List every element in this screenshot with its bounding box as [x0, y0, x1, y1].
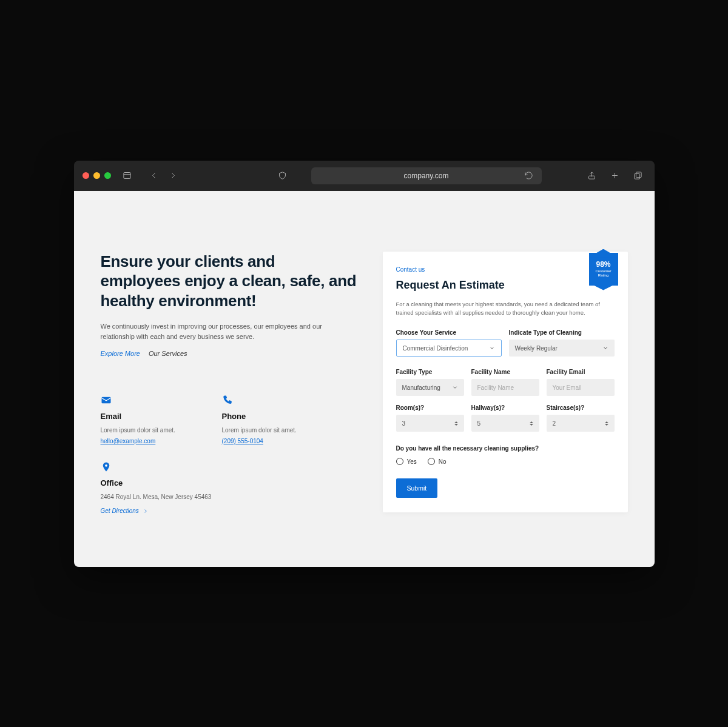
- stepper-controls[interactable]: [530, 421, 533, 426]
- facility-type-label: Facility Type: [396, 369, 464, 375]
- supplies-no-radio[interactable]: No: [428, 458, 447, 465]
- window-minimize-button[interactable]: [93, 172, 100, 179]
- back-button[interactable]: [146, 168, 162, 184]
- phone-icon: [222, 395, 233, 406]
- staircases-value: 2: [553, 420, 556, 427]
- reload-button[interactable]: [521, 168, 537, 184]
- chevron-down-icon: [489, 345, 495, 351]
- contact-email-title: Email: [101, 412, 210, 421]
- hallways-label: Hallway(s)?: [471, 404, 539, 411]
- forward-button[interactable]: [166, 168, 181, 184]
- chevron-right-icon: [143, 508, 149, 514]
- contact-phone-desc: Lorem ipsum dolor sit amet.: [222, 426, 331, 435]
- traffic-lights: [83, 172, 111, 179]
- contact-office-card: Office 2464 Royal Ln. Mesa, New Jersey 4…: [101, 461, 222, 514]
- staircases-stepper[interactable]: 2: [547, 415, 615, 432]
- page-viewport: Ensure your clients and employees enjoy …: [74, 191, 655, 567]
- form-eyebrow: Contact us: [396, 266, 615, 273]
- explore-more-link[interactable]: Explore More: [101, 350, 140, 357]
- contact-office-address: 2464 Royal Ln. Mesa, New Jersey 45463: [101, 492, 222, 501]
- browser-window: company.com Ensure your clients and empl…: [74, 161, 655, 567]
- rooms-value: 3: [402, 420, 406, 427]
- our-services-link[interactable]: Our Services: [149, 350, 187, 357]
- location-pin-icon: [101, 461, 112, 472]
- stepper-controls[interactable]: [605, 421, 608, 426]
- service-select-value: Commercial Disinfection: [403, 345, 468, 352]
- rating-value: 98%: [596, 261, 610, 268]
- hero-subtext: We continuously invest in improving our …: [101, 321, 356, 341]
- rooms-label: Room(s)?: [396, 404, 464, 411]
- radio-ring-icon: [428, 458, 435, 465]
- facility-type-select[interactable]: Manufacturing: [396, 379, 464, 396]
- facility-email-input[interactable]: Your Email: [547, 379, 615, 396]
- cleaning-type-label: Indicate Type of Cleaning: [509, 329, 615, 336]
- contact-phone-title: Phone: [222, 412, 331, 421]
- hallways-value: 5: [477, 420, 481, 427]
- submit-button[interactable]: Submit: [396, 478, 438, 498]
- facility-name-input[interactable]: Facility Name: [471, 379, 539, 396]
- rating-badge: 98% CustomerRating: [589, 253, 618, 286]
- contact-office-title: Office: [101, 478, 222, 487]
- facility-type-value: Manufacturing: [402, 384, 440, 391]
- email-icon: [101, 395, 112, 406]
- rating-label-2: Rating: [598, 273, 608, 277]
- chevron-down-icon: [602, 345, 608, 351]
- cleaning-type-select[interactable]: Weekly Regular: [509, 340, 615, 357]
- facility-email-placeholder: Your Email: [553, 384, 582, 391]
- facility-email-label: Facility Email: [547, 369, 615, 375]
- service-label: Choose Your Service: [396, 329, 502, 336]
- facility-name-label: Facility Name: [471, 369, 539, 375]
- contact-phone-card: Phone Lorem ipsum dolor sit amet. (209) …: [222, 395, 331, 446]
- chevron-down-icon: [452, 384, 458, 390]
- shield-icon[interactable]: [275, 168, 291, 184]
- window-maximize-button[interactable]: [104, 172, 111, 179]
- rooms-stepper[interactable]: 3: [396, 415, 464, 432]
- yes-label: Yes: [407, 458, 417, 465]
- get-directions-label: Get Directions: [101, 508, 139, 514]
- contact-grid: Email Lorem ipsum dolor sit amet. hello@…: [101, 395, 331, 514]
- svg-rect-5: [636, 172, 641, 178]
- supplies-question: Do you have all the necessary cleaning s…: [396, 445, 615, 452]
- cleaning-type-value: Weekly Regular: [515, 345, 558, 352]
- contact-phone-link[interactable]: (209) 555-0104: [222, 438, 263, 444]
- contact-email-card: Email Lorem ipsum dolor sit amet. hello@…: [101, 395, 210, 446]
- svg-point-8: [105, 464, 107, 467]
- estimate-form-card: 98% CustomerRating Contact us Request An…: [383, 252, 628, 513]
- share-button[interactable]: [584, 168, 600, 184]
- staircases-label: Staircase(s)?: [547, 404, 615, 411]
- hallways-stepper[interactable]: 5: [471, 415, 539, 432]
- rating-label-1: Customer: [595, 269, 611, 273]
- form-title: Request An Estimate: [396, 279, 615, 292]
- facility-name-placeholder: Facility Name: [477, 384, 514, 391]
- window-close-button[interactable]: [83, 172, 89, 179]
- svg-rect-6: [635, 173, 640, 179]
- hero-section: Ensure your clients and employees enjoy …: [101, 252, 359, 515]
- url-text: company.com: [404, 172, 449, 180]
- svg-rect-7: [101, 397, 110, 404]
- url-bar[interactable]: company.com: [311, 167, 542, 184]
- radio-ring-icon: [396, 458, 403, 465]
- contact-email-desc: Lorem ipsum dolor sit amet.: [101, 426, 210, 435]
- contact-email-link[interactable]: hello@example.com: [101, 438, 156, 444]
- svg-rect-0: [124, 173, 130, 179]
- service-select[interactable]: Commercial Disinfection: [396, 340, 502, 357]
- no-label: No: [439, 458, 447, 465]
- new-tab-button[interactable]: [607, 168, 623, 184]
- supplies-yes-radio[interactable]: Yes: [396, 458, 417, 465]
- page-headline: Ensure your clients and employees enjoy …: [101, 252, 359, 311]
- form-description: For a cleaning that meets your highest s…: [396, 300, 615, 318]
- browser-chrome: company.com: [74, 161, 655, 191]
- get-directions-link[interactable]: Get Directions: [101, 508, 222, 514]
- stepper-controls[interactable]: [454, 421, 458, 426]
- tabs-overview-button[interactable]: [630, 168, 646, 184]
- sidebar-toggle-button[interactable]: [120, 168, 135, 184]
